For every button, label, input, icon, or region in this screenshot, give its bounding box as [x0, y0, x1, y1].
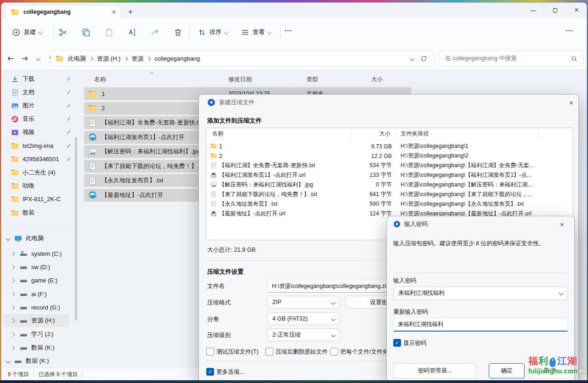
chevron-right-icon[interactable]	[11, 292, 15, 296]
address-dropdown-icon[interactable]	[410, 56, 415, 61]
new-tab-button[interactable]: +	[125, 6, 136, 17]
chevron-down-icon[interactable]	[6, 359, 11, 363]
password-dialog-titlebar[interactable]: 输入密码	[387, 216, 574, 232]
more-options-checkbox[interactable]: ✓	[206, 368, 214, 376]
sidebar-drive-3[interactable]: game (E:)	[3, 274, 69, 287]
chevron-right-icon[interactable]	[11, 305, 15, 310]
address-bar[interactable]: 此电脑资源 (H:)资源collegegangbang	[51, 51, 434, 67]
chevron-right-icon[interactable]	[11, 345, 15, 350]
view-button[interactable]: 查看	[237, 24, 275, 40]
paste-button[interactable]	[102, 25, 116, 39]
delete-button[interactable]	[170, 25, 185, 39]
archive-col-size[interactable]: 大小	[379, 128, 390, 140]
password-combo[interactable]: 来福利江湖找福利	[393, 287, 568, 300]
sort-button[interactable]: 排序	[194, 24, 232, 40]
cut-button[interactable]	[56, 25, 70, 39]
sidebar-item-3[interactable]: 图片	[3, 99, 73, 112]
tab-close-icon[interactable]: ×	[112, 8, 116, 16]
archive-file-row[interactable]: 【来了就能下载的论坛，纯免费！】.txt641 字节H:\资源\collegeg…	[206, 190, 573, 199]
sidebar-item-4[interactable]: 音乐	[3, 113, 73, 125]
password-dialog-close-icon[interactable]: ×	[558, 220, 566, 229]
archive-file-row[interactable]: 【解压密码：来福利江湖找福利】.jpg0 字节H:\资源\collegegang…	[206, 180, 573, 190]
sidebar-item-10[interactable]: IPX-811_2K-C	[3, 193, 73, 206]
column-divider[interactable]	[297, 75, 298, 84]
chevron-right-icon[interactable]	[11, 332, 15, 337]
archive-file-row[interactable]: 212.2 GBH:\资源\collegegangbang\2	[206, 151, 573, 161]
column-header-size[interactable]: 大小	[371, 73, 383, 85]
sidebar-drive-2[interactable]: sw (D:)	[3, 260, 69, 273]
taskbar[interactable]	[0, 380, 588, 383]
back-button[interactable]	[4, 51, 17, 65]
chevron-down-icon[interactable]	[6, 236, 11, 241]
sidebar-drive-1[interactable]: system (C:)	[3, 247, 69, 260]
breadcrumb-separator-icon[interactable]	[90, 56, 93, 60]
sidebar-drive-5[interactable]: record (G:)	[3, 301, 69, 314]
reenter-password-input[interactable]: 来福利江湖找福利	[393, 318, 568, 332]
explorer-tab[interactable]: collegegangbang ×	[6, 6, 120, 18]
share-button[interactable]	[147, 25, 162, 39]
password-manager-button[interactable]: 密码管理器...	[393, 363, 476, 378]
archive-col-path[interactable]: 文件夹路径	[401, 128, 429, 140]
column-header-date[interactable]: 修改日期	[228, 73, 252, 85]
sidebar-item-7[interactable]: 42958346501	[3, 153, 73, 166]
archive-option-checkbox-1[interactable]	[206, 348, 214, 355]
format-select[interactable]: ZIP	[267, 296, 340, 309]
ok-button[interactable]: 确定	[489, 363, 525, 378]
archive-option-checkbox-3[interactable]	[330, 348, 338, 355]
sidebar-item-8[interactable]: 小二先生 (4)	[3, 166, 73, 179]
chevron-right-icon[interactable]	[11, 251, 15, 256]
column-divider[interactable]	[368, 75, 368, 84]
archive-col-name[interactable]: 名称	[212, 128, 224, 140]
breadcrumb-separator-icon[interactable]	[124, 56, 128, 60]
refresh-icon[interactable]	[420, 55, 427, 62]
breadcrumb-item[interactable]: 资源	[131, 55, 143, 63]
breadcrumb-item[interactable]: 此电脑	[68, 55, 86, 63]
archive-file-row[interactable]: 19.73 GBH:\资源\collegegangbang\1	[206, 141, 573, 151]
chevron-right-icon[interactable]	[11, 265, 15, 269]
sidebar-drive-4[interactable]: ai (F:)	[3, 287, 69, 300]
sidebar-item-11[interactable]: 散装	[3, 206, 73, 219]
sidebar-drive-7[interactable]: 学习 (J:)	[3, 328, 69, 341]
forward-button[interactable]	[17, 51, 31, 65]
show-password-checkbox[interactable]: ✓	[393, 339, 401, 347]
column-header-type[interactable]: 类型	[306, 73, 318, 85]
column-divider[interactable]	[222, 75, 222, 84]
maximize-button[interactable]	[548, 4, 562, 16]
new-button[interactable]: 新建	[8, 24, 46, 40]
archive-file-name: 2	[219, 153, 222, 159]
chevron-right-icon[interactable]	[11, 278, 15, 282]
sidebar-item-6[interactable]: txt2img-ima	[3, 140, 73, 152]
sidebar-item-2[interactable]: 文档	[3, 86, 73, 99]
sidebar-drive-8[interactable]: 数据 (K:)	[3, 341, 69, 354]
archive-dialog-titlebar[interactable]: 新建压缩文件	[199, 95, 578, 110]
search-box[interactable]: 在 collegegangbang 中搜索	[439, 51, 583, 67]
chevron-right-icon[interactable]	[11, 318, 15, 323]
level-select[interactable]: 2-正常压缩	[267, 328, 340, 341]
column-divider[interactable]	[411, 75, 412, 84]
archive-file-row[interactable]: 【永久地址发布页】.txt590 字节H:\资源\collegegangbang…	[206, 199, 573, 209]
copy-button[interactable]	[79, 25, 93, 39]
sidebar-drive-expanded[interactable]: 数据 (K:)	[3, 355, 73, 367]
see-more-right-button[interactable]: •••	[566, 28, 573, 33]
breadcrumb-item[interactable]: 资源 (H:)	[97, 55, 120, 63]
close-button[interactable]: ×	[570, 4, 583, 16]
sidebar-this-pc[interactable]: 此电脑	[3, 232, 73, 245]
column-header-name[interactable]: 名称	[94, 73, 106, 85]
archive-file-row[interactable]: 【福利江湖发布页1】-点此打开.url133 字节H:\资源\collegega…	[206, 170, 573, 180]
breadcrumb-item[interactable]: collegegangbang	[154, 55, 200, 62]
sidebar-drive-6[interactable]: 资源 (H:)	[3, 314, 69, 327]
breadcrumb-separator-icon[interactable]	[147, 56, 151, 60]
recent-locations-button[interactable]	[31, 51, 45, 65]
sidebar-item-5[interactable]: 视频	[3, 126, 73, 139]
rename-button[interactable]	[124, 25, 139, 39]
minimize-button[interactable]: —	[526, 4, 540, 16]
sidebar-item-1[interactable]: 下载	[3, 73, 73, 85]
archive-option-checkbox-2[interactable]	[266, 348, 273, 355]
sidebar-item-9[interactable]: 咕噜	[3, 180, 73, 192]
sidebar-scrollbar[interactable]	[75, 137, 77, 321]
archive-dialog-close-icon[interactable]: ×	[567, 98, 576, 107]
see-more-button[interactable]: •••	[285, 28, 292, 33]
volume-select[interactable]: 4 GB (FAT32)	[267, 312, 340, 325]
drive-label: 学习 (J:)	[31, 330, 53, 338]
archive-file-row[interactable]: 【福利江湖】全免费-无套路-更新快.txt534 字节H:\资源\college…	[206, 161, 573, 170]
